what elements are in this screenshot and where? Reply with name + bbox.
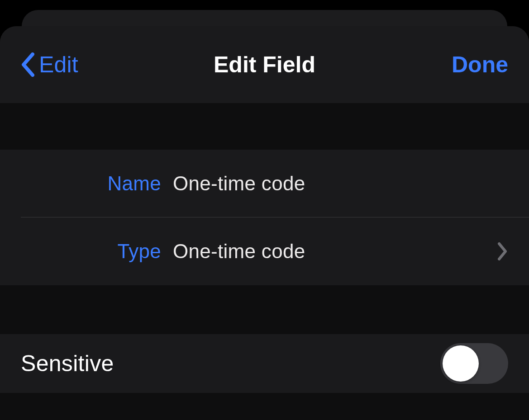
chevron-right-icon [497,242,508,261]
done-button[interactable]: Done [452,52,508,77]
sensitive-label: Sensitive [21,350,114,377]
section-gap [0,393,529,420]
type-value: One-time code [173,240,497,263]
back-label: Edit [39,52,78,78]
sensitive-toggle[interactable] [440,343,508,384]
type-row[interactable]: Type One-time code [0,217,529,285]
name-input[interactable] [173,172,508,195]
section-gap [0,103,529,150]
type-label: Type [21,240,173,263]
toggle-knob [443,345,479,382]
chevron-left-icon [21,52,34,77]
section-gap [0,285,529,334]
name-label: Name [21,172,173,195]
field-properties-group: Name Type One-time code [0,150,529,285]
navbar: Edit Edit Field Done [0,26,529,103]
name-row[interactable]: Name [0,150,529,217]
edit-field-sheet: Edit Edit Field Done Name Type One-time … [0,26,529,420]
page-title: Edit Field [111,52,418,78]
back-button[interactable]: Edit [21,52,111,78]
sensitive-row: Sensitive [0,334,529,393]
